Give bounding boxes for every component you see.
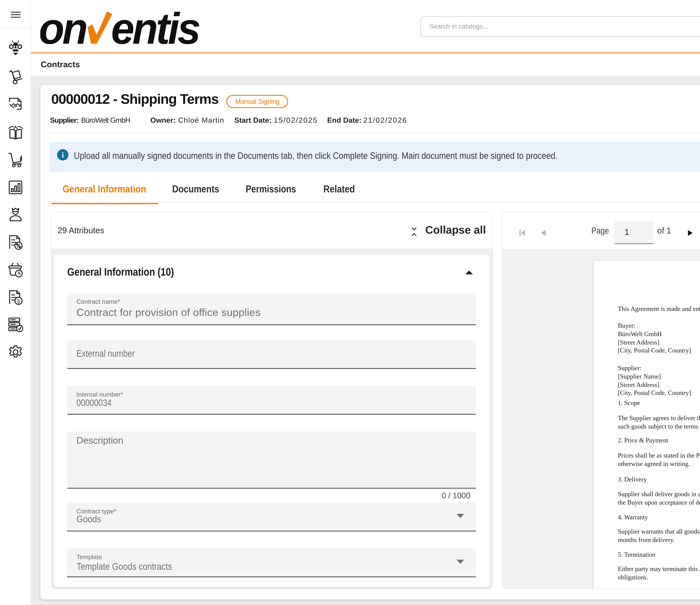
svg-text:§: § bbox=[17, 298, 20, 304]
svg-text:on: on bbox=[40, 10, 86, 46]
svg-text:entis: entis bbox=[111, 10, 200, 46]
